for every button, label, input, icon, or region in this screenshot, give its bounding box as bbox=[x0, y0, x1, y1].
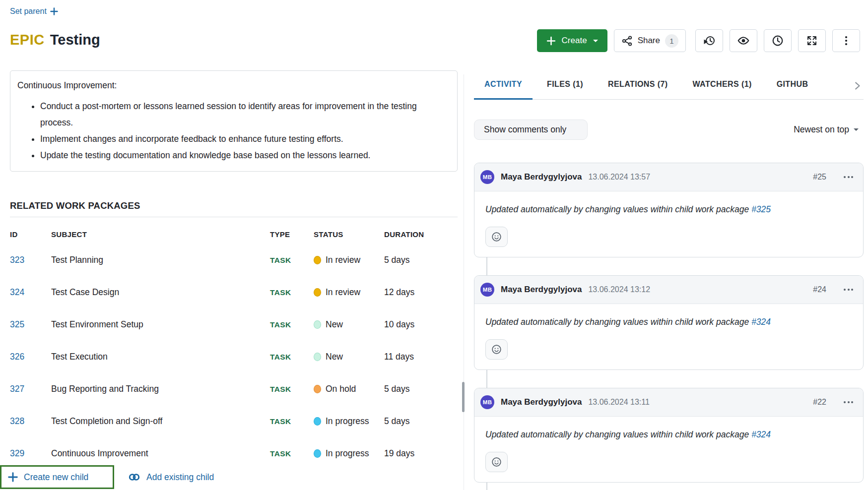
comments-filter-label: Show comments only bbox=[484, 124, 566, 135]
history-icon bbox=[703, 34, 716, 47]
column-header-duration: DURATION bbox=[384, 230, 458, 239]
work-package-subject[interactable]: Test Case Design bbox=[51, 287, 270, 298]
status-dot bbox=[314, 320, 321, 329]
comment-body: Updated automatically by changing values… bbox=[474, 417, 863, 440]
comment-more-menu-button[interactable] bbox=[843, 174, 854, 180]
comment-text: Updated automatically by changing values… bbox=[485, 204, 749, 214]
comments-filter-dropdown[interactable]: Show comments only bbox=[474, 120, 588, 140]
tab[interactable]: RELATIONS (7) bbox=[598, 80, 678, 100]
scrollbar-thumb[interactable] bbox=[462, 382, 465, 412]
more-menu-button[interactable] bbox=[832, 29, 860, 52]
work-package-subject[interactable]: Continuous Improvement bbox=[51, 448, 270, 459]
work-package-id-link[interactable]: 328 bbox=[10, 416, 51, 427]
add-reaction-button[interactable] bbox=[485, 339, 508, 360]
comment-number: #24 bbox=[813, 285, 826, 294]
sort-order-dropdown[interactable]: Newest on top bbox=[794, 124, 859, 135]
fullscreen-button[interactable] bbox=[798, 29, 826, 52]
comment-timestamp: 13.06.2024 13:11 bbox=[588, 398, 649, 407]
create-button[interactable]: Create bbox=[537, 29, 607, 52]
tab[interactable]: FILES (1) bbox=[536, 80, 594, 100]
column-header-status: STATUS bbox=[314, 230, 384, 239]
work-package-link[interactable]: #325 bbox=[751, 204, 771, 214]
link-chain-icon bbox=[128, 473, 140, 482]
work-package-id-link[interactable]: 329 bbox=[10, 448, 51, 459]
chevron-right-icon[interactable] bbox=[852, 80, 863, 91]
smiley-icon bbox=[491, 344, 502, 355]
comment-more-menu-button[interactable] bbox=[843, 287, 854, 293]
comment-header: MB Maya Berdygylyjova 13.06.2024 13:11 #… bbox=[474, 388, 863, 417]
status-label: New bbox=[326, 319, 343, 330]
status-dot bbox=[314, 353, 321, 361]
status-label: New bbox=[326, 352, 343, 362]
work-package-subject[interactable]: Bug Reporting and Tracking bbox=[51, 384, 270, 394]
description-intro: Continuous Improvement: bbox=[17, 77, 450, 94]
eye-icon bbox=[737, 34, 750, 47]
related-work-packages-heading: RELATED WORK PACKAGES bbox=[10, 200, 140, 211]
watch-button[interactable] bbox=[730, 29, 757, 52]
comment-author: Maya Berdygylyjova bbox=[501, 172, 582, 182]
comment-author: Maya Berdygylyjova bbox=[501, 285, 582, 295]
comments-list: MB Maya Berdygylyjova 13.06.2024 13:57 #… bbox=[474, 163, 864, 483]
comment-header: MB Maya Berdygylyjova 13.06.2024 13:12 #… bbox=[474, 276, 863, 304]
description-field[interactable]: Continuous Improvement: Conduct a post-m… bbox=[10, 70, 458, 172]
tab[interactable]: WATCHERS (1) bbox=[682, 80, 762, 100]
set-parent-label: Set parent bbox=[10, 7, 47, 16]
work-package-id-link[interactable]: 326 bbox=[10, 352, 51, 362]
tab-label: ACTIVITY bbox=[484, 80, 522, 88]
chevron-down-icon bbox=[854, 128, 859, 131]
panel-divider bbox=[464, 74, 464, 490]
sort-order-label: Newest on top bbox=[794, 124, 849, 135]
tab-bar-items: ACTIVITY FILES (1) RELATIONS (7) WATCHER… bbox=[474, 80, 818, 99]
status-dot bbox=[314, 288, 321, 297]
status-dot bbox=[314, 417, 321, 426]
work-package-duration: 5 days bbox=[384, 416, 458, 427]
activity-filter-row: Show comments only Newest on top bbox=[474, 120, 864, 140]
comment-author: Maya Berdygylyjova bbox=[501, 397, 582, 407]
add-existing-child-button[interactable]: Add existing child bbox=[128, 472, 214, 483]
status-dot bbox=[314, 449, 321, 458]
column-header-type: TYPE bbox=[270, 230, 314, 239]
description-bullet-list: Conduct a post-mortem or lessons learned… bbox=[17, 98, 450, 164]
work-package-id-link[interactable]: 324 bbox=[10, 287, 51, 298]
avatar: MB bbox=[480, 170, 494, 184]
work-package-subject[interactable]: Test Planning bbox=[51, 255, 270, 265]
tab[interactable]: GITHUB bbox=[766, 80, 819, 100]
work-package-subject[interactable]: Test Execution bbox=[51, 352, 270, 362]
create-new-child-button[interactable]: Create new child bbox=[8, 472, 88, 483]
work-package-status: In progress bbox=[314, 448, 384, 459]
work-package-subject[interactable]: Test Completion and Sign-off bbox=[51, 416, 270, 427]
clock-icon bbox=[771, 34, 784, 47]
related-table-body: 323 Test Planning TASK In review 5 days … bbox=[10, 244, 458, 470]
chevron-down-icon bbox=[593, 40, 598, 42]
share-button[interactable]: Share 1 bbox=[614, 29, 686, 52]
page-title: EPIC Testing bbox=[10, 32, 100, 48]
work-package-type: TASK bbox=[270, 288, 314, 297]
work-package-id-link[interactable]: 325 bbox=[10, 319, 51, 330]
comment-text: Updated automatically by changing values… bbox=[485, 429, 749, 439]
related-table-header: ID SUBJECT TYPE STATUS DURATION bbox=[10, 224, 458, 244]
status-label: In progress bbox=[326, 416, 369, 427]
work-package-title[interactable]: Testing bbox=[50, 32, 100, 48]
work-package-link[interactable]: #324 bbox=[751, 429, 771, 439]
work-package-id-link[interactable]: 327 bbox=[10, 384, 51, 394]
work-package-subject[interactable]: Test Environment Setup bbox=[51, 319, 270, 330]
set-parent-link[interactable]: Set parent bbox=[10, 7, 58, 16]
add-reaction-button[interactable] bbox=[485, 227, 508, 247]
comment-number: #22 bbox=[813, 398, 826, 407]
work-package-status: In review bbox=[314, 255, 384, 265]
work-package-link[interactable]: #324 bbox=[751, 317, 771, 327]
baseline-history-button[interactable] bbox=[695, 29, 723, 52]
description-bullet: Implement changes and incorporate feedba… bbox=[40, 131, 422, 147]
work-package-type: TASK bbox=[270, 385, 314, 394]
section-divider bbox=[10, 217, 458, 217]
log-time-button[interactable] bbox=[764, 29, 792, 52]
work-package-id-link[interactable]: 323 bbox=[10, 255, 51, 265]
share-icon bbox=[621, 35, 633, 47]
tab[interactable]: ACTIVITY bbox=[474, 80, 533, 100]
related-table-row: 324 Test Case Design TASK In review 12 d… bbox=[10, 276, 458, 308]
add-reaction-button[interactable] bbox=[485, 452, 508, 472]
comment-more-menu-button[interactable] bbox=[843, 399, 854, 405]
status-label: In progress bbox=[326, 448, 369, 459]
create-button-label: Create bbox=[562, 36, 587, 46]
status-label: In review bbox=[326, 287, 360, 298]
